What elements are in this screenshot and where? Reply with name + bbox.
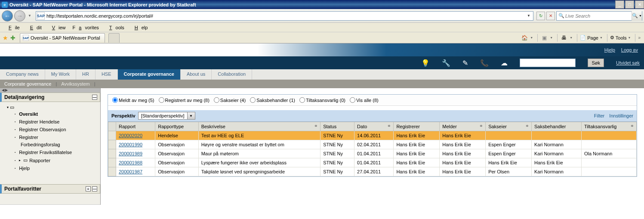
table-row[interactable]: 200001988ObservasjonLyspære fungerer ikk… [108,158,637,167]
maximize-button[interactable]: □ [625,0,634,9]
phone-icon[interactable]: 📞 [480,59,489,67]
address-input[interactable] [45,12,524,20]
sort-icon[interactable]: ≑ [480,124,483,128]
sidebar-item-hjelp[interactable]: Hjelp [7,164,96,172]
favorites-star-icon[interactable]: ★ [2,34,9,41]
sort-icon[interactable]: ≑ [631,124,634,128]
settings-link[interactable]: Innstillinger [609,113,633,118]
print-dropdown-icon[interactable]: ▼ [570,36,573,39]
col-tiltaksansvarlig[interactable]: Tiltaksansvarlig≑ [581,122,636,131]
chevron-right-icon[interactable]: » [638,35,641,40]
col-saksbehandler[interactable]: Saksbehandler [532,122,582,131]
tools-menu[interactable]: ⚙Tools▼ [610,35,633,40]
page-menu[interactable]: 📄Page▼ [580,35,604,40]
menu-view[interactable]: View [45,24,69,31]
breadcrumb-corporate-governance[interactable]: Corporate governance [4,81,51,86]
row-selector[interactable] [108,167,116,176]
print-icon[interactable]: 🖶 [560,34,568,42]
browser-tab[interactable]: SAP Oversikt - SAP NetWeaver Portal [20,33,105,43]
tab-about-us[interactable]: About us [181,69,212,80]
wrench-icon[interactable]: 🔧 [442,59,450,67]
rapport-link[interactable]: 200001988 [119,160,142,165]
menu-edit[interactable]: Edit [23,24,45,31]
tab-hr[interactable]: HR [76,69,96,80]
sort-icon[interactable]: ≑ [314,124,317,128]
row-selector[interactable] [108,158,116,167]
col-status[interactable]: Status [320,122,354,131]
refresh-button[interactable]: ↻ [536,12,545,20]
table-row[interactable]: 200001989ObservasjonMaur på møteromSTNE … [108,149,637,158]
sidebar-handle[interactable]: ◀|▶ [0,88,100,93]
table-row[interactable]: 200002020HendelseTest av HEE og ELESTNE … [108,131,637,140]
dropdown-icon[interactable]: ▼ [187,112,195,119]
col-rapport[interactable]: Rapport [116,122,155,131]
home-dropdown-icon[interactable]: ▼ [530,36,533,39]
close-button[interactable]: ✕ [635,0,644,9]
col-melder[interactable]: Melder≑ [440,122,486,131]
sidebar-item-rapporter[interactable]: ▸▭Rapporter [7,156,96,164]
sidebar-item-registrer-fravik[interactable]: Registrer Fravikstillatelse [7,148,96,156]
sidebar-item-registrer-observasjon[interactable]: Registrer Observasjon [7,126,96,133]
rapport-link[interactable]: 200001987 [119,169,142,174]
stop-button[interactable]: ✕ [546,12,555,20]
perspektiv-select[interactable]: [Standardperspektiv] ▼ [138,112,195,120]
sort-icon[interactable]: ≑ [388,124,391,128]
browser-search-button[interactable]: 🔍▼ [632,11,642,21]
feeds-icon[interactable]: ▣ [540,34,548,42]
tab-hse[interactable]: HSE [96,69,118,80]
filter-visalle[interactable]: Vis alle (8) [350,97,379,103]
menu-tools[interactable]: Tools [102,24,128,31]
col-rapporttype[interactable]: Rapporttype [155,122,198,131]
sap-search-button[interactable]: Søk [588,59,604,67]
table-row[interactable]: 200001987ObservasjonTakplate løsnet ved … [108,167,637,176]
col-dato[interactable]: Dato≑ [354,122,394,131]
tab-my-work[interactable]: My Work [45,69,76,80]
breadcrumb-avvikssystem[interactable]: Avvikssystem [61,81,89,86]
sidebar-item-oversikt[interactable]: Oversikt [7,110,96,118]
sidebar-item-registrer-hendelse[interactable]: Registrer Hendelse [7,118,96,126]
table-row[interactable]: 200001990ObservasjonHøyre og venstre mus… [108,140,637,149]
tab-company-news[interactable]: Company news [0,69,45,80]
filter-tiltak[interactable]: Tiltaksansvarlig (0) [299,97,345,103]
advanced-search-link[interactable]: Utvidet søk [616,60,640,65]
add-favorite-icon[interactable]: ✚ [9,34,16,41]
new-tab-button[interactable] [108,33,120,43]
home-icon[interactable]: 🏠 [521,34,528,42]
sidebar-item-registrer-forbedring[interactable]: Registrer [7,133,96,141]
feeds-dropdown-icon[interactable]: ▼ [550,36,553,39]
rapport-link[interactable]: 200002020 [119,133,142,138]
row-selector[interactable] [108,140,116,149]
sort-icon[interactable]: ≑ [526,124,529,128]
col-registrerer[interactable]: Registrerer [394,122,440,131]
tab-corporate-governance[interactable]: Corporate governance [118,69,181,80]
browser-search-input[interactable] [557,13,632,19]
col-sakseier[interactable]: Sakseier≑ [486,122,532,131]
tree-root[interactable]: ▾▭ [7,105,96,110]
rapport-link[interactable]: 200001989 [119,151,142,156]
filter-sakseier[interactable]: Sakseier (4) [214,97,246,103]
sap-search-input[interactable] [520,59,576,67]
address-dropdown-icon[interactable]: ▼ [524,14,533,18]
history-dropdown-icon[interactable]: ▼ [28,14,31,18]
filter-saksbehandler[interactable]: Saksbehandler (1) [250,97,295,103]
filter-meldt[interactable]: Meldt av meg (5) [112,97,154,103]
menu-help[interactable]: Help [128,24,151,31]
forward-button[interactable]: → [14,10,25,22]
cloud-icon[interactable]: ☁ [501,59,508,67]
idea-icon[interactable]: 💡 [421,59,430,67]
rapport-link[interactable]: 200001990 [119,142,142,147]
help-link[interactable]: Hjelp [604,47,615,52]
back-button[interactable]: ← [2,10,13,22]
sidebar-item-forbedringsforslag[interactable]: Forbedringsforslag [7,141,96,148]
tab-collaboration[interactable]: Collaboration [212,69,252,80]
menu-file[interactable]: File [2,24,23,31]
logoff-link[interactable]: Logg av [621,47,638,52]
row-selector[interactable] [108,149,116,158]
edit-icon[interactable]: ✎ [462,59,468,67]
col-beskrivelse[interactable]: Beskrivelse≑ [198,122,320,131]
collapse-icon[interactable]: — [92,186,97,191]
list-icon[interactable]: ≡ [86,186,91,191]
collapse-icon[interactable]: — [92,95,97,100]
row-selector[interactable] [108,131,116,140]
filter-link[interactable]: Filter [594,113,604,118]
